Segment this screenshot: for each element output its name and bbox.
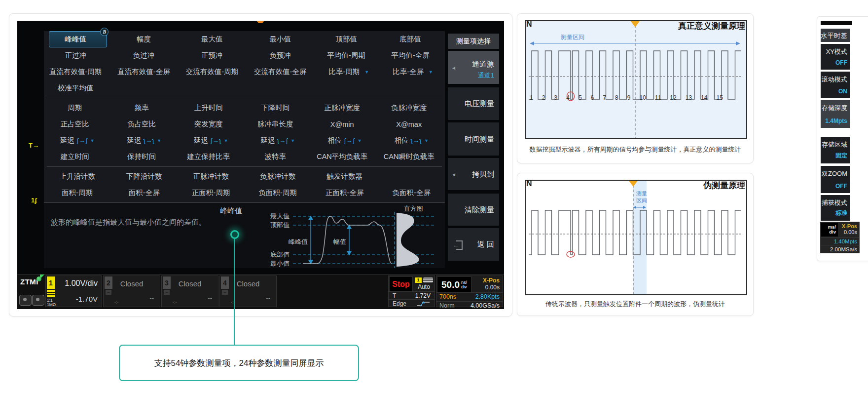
measurement-item[interactable]: 相位 ʃ→ʃ ▼ [316,132,373,149]
xpos-label: X-Pos [842,223,857,229]
menu-item[interactable]: XY模式 OFF [821,44,850,70]
measurement-item[interactable]: 上升时间 [182,100,240,116]
timebase-block[interactable]: 50.0 ns/div X-Pos 0.00s 700ns 2.80Kpts [436,276,503,307]
measurement-item[interactable]: 周期 [49,100,106,116]
measurement-item[interactable]: 建立保持比率 [182,149,240,165]
measurement-item[interactable]: 面积-全屏 [116,185,173,201]
measurement-item[interactable] [322,80,376,96]
menu-item[interactable]: 存储深度 1.4Mpts [821,100,850,128]
touch-gesture-icon[interactable] [19,295,32,306]
measurement-item[interactable]: 延迟 ʅ→ʅ ▼ [116,132,173,149]
softkey-clear-measure[interactable]: 清除测量 [448,194,499,226]
measurement-item[interactable]: CAN平均负载率 [316,149,373,165]
measurement-item[interactable]: 交流有效值-周期 [185,64,244,80]
measurement-item[interactable]: 上升沿计数 [49,168,106,185]
softkey-copy-to[interactable]: ◄ 拷贝到 [448,158,499,190]
measurement-item[interactable]: 底部值 [386,31,440,47]
measurement-item[interactable]: X@max [383,116,440,132]
measurement-item[interactable]: 正面积-全屏 [316,185,373,201]
measurement-item[interactable] [253,80,312,96]
measurement-item-label: X@min [330,120,354,128]
menu-item-value: 1.4Mpts [825,118,847,124]
cycle-number: 12 [670,94,676,101]
measurement-item[interactable]: 交流有效值-全屏 [253,64,312,80]
channel-block[interactable]: 3 – Closed -- -:- [161,276,218,307]
interval-label-line2: 区间 [636,198,647,203]
softkey-back[interactable]: ← 返 回 [448,228,499,261]
trigger-level-marker[interactable]: T→ [29,142,39,149]
measurement-item[interactable]: 负占空比 [116,116,173,132]
menu-item[interactable]: 捕获模式 标准 [821,195,850,221]
measurement-item[interactable]: 负面积-周期 [250,185,307,201]
trigger-position-marker[interactable] [256,21,264,23]
channel1-ground-marker[interactable]: 1ʄ [31,197,37,204]
pseudo-measure-diagram: 测量 区间 [525,180,747,295]
channel-block[interactable]: 2 – Closed -- -:- [103,276,160,307]
measurement-item[interactable]: 正脉冲宽度 [316,100,373,116]
measurement-item[interactable]: 负面积-全屏 [383,185,440,201]
measurement-item[interactable] [383,168,440,185]
measurement-item[interactable]: 正脉冲计数 [182,168,240,185]
measurement-item[interactable]: 建立时间 [49,149,106,165]
panel-title: 伪测量原理 [703,180,745,191]
measurement-item[interactable] [386,80,440,96]
measurement-item[interactable]: 正占空比 [49,116,106,132]
measurement-item[interactable]: CAN瞬时负载率 [383,149,440,165]
menu-item-value: OFF [835,59,847,66]
channel1-offset: -1.70V [76,295,98,303]
measurement-item-label: 直流有效值-全屏 [117,67,170,77]
tap-gesture-icon[interactable] [32,295,44,306]
annotation-text: 支持54钟参数测量项，24种参数测量同屏显示 [154,357,324,369]
measurement-item[interactable]: 突发宽度 [182,116,240,132]
measurement-item[interactable]: 波特率 [250,149,307,165]
menu-item-label: 存储区域 [822,140,847,149]
measurement-item[interactable]: 校准平均值 [49,80,107,96]
measurement-item[interactable]: 正面积-周期 [182,185,240,201]
measurement-item[interactable]: 下降时间 [250,100,307,116]
measurement-item[interactable]: 负预冲 [253,47,312,64]
measurement-item[interactable]: 直流有效值-周期 [49,64,107,80]
menu-item[interactable]: 存储区域 固定 [821,137,850,163]
measurement-item[interactable]: 延迟 ʃ→ʃ ▼ [49,132,106,149]
measurement-item[interactable]: 触发计数器 [316,168,373,185]
measurement-item[interactable]: 下降沿计数 [116,168,173,185]
measurement-item[interactable]: 保持时间 [116,149,173,165]
measurement-item[interactable]: 比率-周期 ▼ [322,64,376,80]
measurement-item[interactable]: 频率 [116,100,173,116]
measurement-item[interactable]: 顶部值 [322,31,376,47]
measurement-item[interactable]: 峰峰值 B [49,31,107,47]
measurement-item[interactable]: 幅度 [117,31,175,47]
trigger-block[interactable]: Stop 1 Auto T 1.72V [388,276,435,307]
measurement-item[interactable]: 负过冲 [117,47,175,64]
menu-item-label: XY模式 [826,47,847,56]
measurement-item[interactable]: 延迟 ʅ→ʃ ▼ [250,132,307,149]
measurement-item[interactable]: 正预冲 [185,47,244,64]
measurement-item[interactable]: 最大值 [185,31,244,47]
chevron-down-icon: ▼ [224,138,228,143]
measurement-item[interactable]: 脉冲串长度 [250,116,307,132]
measurement-item[interactable]: 负脉冲计数 [250,168,307,185]
measurement-item[interactable] [185,80,244,96]
measurement-item[interactable]: 面积-周期 [49,185,106,201]
menu-item[interactable]: 滚动模式 ON [821,72,850,98]
softkey-channel-source[interactable]: ◄ 通道源 通道1 [448,51,499,84]
channel-block[interactable]: 4 – Closed -- -:- [219,276,277,307]
measurement-item[interactable]: 平均值-全屏 [386,47,440,64]
measurement-item[interactable]: 延迟 ʃ→ʅ ▼ [182,132,240,149]
measurement-item[interactable]: 负脉冲宽度 [383,100,440,116]
menu-item-label: 双ZOOM [822,169,847,178]
brand-block: ZTMI [18,276,44,307]
softkey-time-measure[interactable]: 时间测量 [448,122,499,156]
softkey-voltage-measure[interactable]: 电压测量 [448,87,499,120]
measurement-item[interactable]: 最小值 [253,31,312,47]
measurement-item[interactable]: 平均值-周期 [322,47,376,64]
measurement-item[interactable]: 直流有效值-全屏 [117,64,175,80]
measurement-item[interactable]: X@min [316,116,373,132]
channel1-block[interactable]: 1 1:11MΩ 1.00V/div -1.70V [45,276,102,307]
measurement-item[interactable] [117,80,175,96]
menu-item[interactable]: 双ZOOM OFF [821,166,850,193]
measurement-item[interactable]: 比率-全屏 ▼ [386,64,440,80]
measurement-item[interactable]: 正过冲 [49,47,107,64]
measurement-item[interactable]: 相位 ʅ→ʅ ▼ [383,132,440,149]
softkey-label: 时间测量 [465,134,494,144]
